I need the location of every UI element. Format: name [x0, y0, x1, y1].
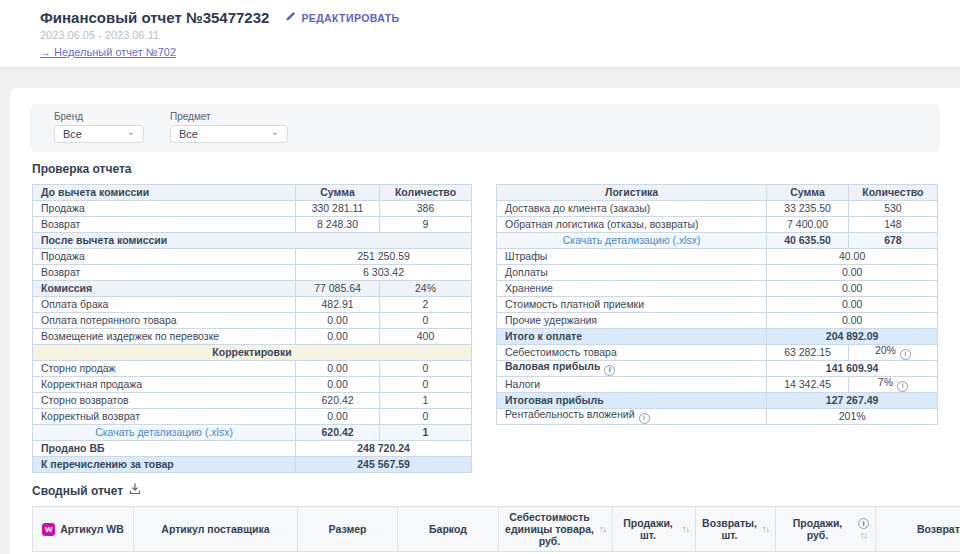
- subject-filter: Предмет Все ⌄: [170, 111, 288, 143]
- table-header-row: До вычета комиссии Сумма Количество: [33, 185, 472, 201]
- sum-cell: 141 609.94: [767, 361, 938, 377]
- row-label: Возврат: [33, 217, 296, 233]
- column-header-label: Возвраты, шт.: [702, 517, 757, 541]
- column-header-label: Размер: [329, 523, 367, 535]
- sum-cell: 482.91: [296, 297, 380, 313]
- table-row: Возврат 6 303.42: [33, 265, 472, 281]
- total-row: Итоговая прибыль 127 267.49: [497, 393, 938, 409]
- section-row: После вычета комиссии: [33, 233, 472, 249]
- column-header-supplier-articul[interactable]: Артикул поставщика: [134, 507, 298, 552]
- column-header-label: Себестоимость единицы товара, руб.: [505, 511, 594, 547]
- sort-icon[interactable]: ↑↓: [860, 530, 867, 540]
- table-row: Комиссия 77 085.64 24%: [33, 281, 472, 297]
- logistics-table: Логистика Сумма Количество Доставка до к…: [496, 184, 938, 425]
- column-header-articul-wb[interactable]: W Артикул WB: [33, 507, 134, 552]
- column-header: Логистика: [497, 185, 767, 201]
- qty-cell: 0: [380, 313, 472, 329]
- section-label: После вычета комиссии: [33, 233, 472, 249]
- row-label: Доставка до клиента (заказы): [497, 201, 767, 217]
- qty-cell: 20%i: [848, 345, 937, 361]
- sort-icon[interactable]: ↑↓: [762, 524, 769, 534]
- row-label: Продажа: [33, 201, 296, 217]
- column-header-unit-cost[interactable]: Себестоимость единицы товара, руб. ↑↓: [499, 507, 613, 552]
- qty-cell: 7%i: [848, 377, 937, 393]
- sum-cell: 77 085.64: [296, 281, 380, 297]
- qty-cell: 1: [380, 425, 472, 441]
- column-header: Сумма: [767, 185, 849, 201]
- brand-select[interactable]: Все ⌄: [54, 125, 144, 143]
- sort-icon[interactable]: ↑↓: [599, 524, 606, 534]
- row-label: Стоимость платной приемки: [497, 297, 767, 313]
- row-label: Себестоимость товара: [497, 345, 767, 361]
- row-label: Продажа: [33, 249, 296, 265]
- download-icon[interactable]: [129, 483, 141, 498]
- column-header-sales-rub[interactable]: Продажи, руб. i ↑↓: [776, 507, 876, 552]
- pencil-icon: [285, 11, 296, 24]
- sum-cell: 0.00: [767, 265, 938, 281]
- filter-bar: Бренд Все ⌄ Предмет Все ⌄: [30, 104, 940, 152]
- row-label: Обратная логистика (отказы, возвраты): [497, 217, 767, 233]
- column-header-barcode[interactable]: Баркод: [398, 507, 499, 552]
- table-row: Стоимость платной приемки 0.00: [497, 297, 938, 313]
- qty-cell: 678: [848, 233, 937, 249]
- sum-cell: 204 892.09: [767, 329, 938, 345]
- subject-select[interactable]: Все ⌄: [170, 125, 288, 143]
- table-row: Скачать детализацию (.xlsx) 620.42 1: [33, 425, 472, 441]
- table-row: Доплаты 0.00: [497, 265, 938, 281]
- brand-filter: Бренд Все ⌄: [54, 111, 144, 143]
- sum-cell: 0.00: [296, 329, 380, 345]
- sum-cell: 0.00: [296, 409, 380, 425]
- check-report-title-text: Проверка отчета: [32, 162, 131, 176]
- row-label: Итого к оплате: [497, 329, 767, 345]
- sum-cell: 33 235.50: [767, 201, 849, 217]
- weekly-report-link[interactable]: → Недельный отчет №702: [40, 46, 176, 58]
- qty-cell: 386: [380, 201, 472, 217]
- qty-cell: 0: [380, 409, 472, 425]
- edit-button[interactable]: РЕДАКТИРОВАТЬ: [285, 11, 399, 24]
- table-header-row: Логистика Сумма Количество: [497, 185, 938, 201]
- info-icon: i: [897, 381, 908, 392]
- sum-cell: 0.00: [767, 297, 938, 313]
- subject-filter-label: Предмет: [170, 111, 288, 122]
- row-label: Корректный возврат: [33, 409, 296, 425]
- column-header-label: Артикул WB: [60, 523, 124, 535]
- table-row: Обратная логистика (отказы, возвраты) 7 …: [497, 217, 938, 233]
- row-label: Продано ВБ: [33, 441, 296, 457]
- sum-cell: 8 248.30: [296, 217, 380, 233]
- column-header-sales-qty[interactable]: Продажи, шт. ↑↓: [613, 507, 696, 552]
- chevron-down-icon: ⌄: [127, 129, 135, 135]
- column-header-returns-rub[interactable]: Возвраты, руб.: [876, 507, 960, 552]
- detail-link-cell: Скачать детализацию (.xlsx): [33, 425, 296, 441]
- sum-cell: 620.42: [296, 425, 380, 441]
- table-row: Продажа 251 250.59: [33, 249, 472, 265]
- sum-cell: 248 720.24: [296, 441, 472, 457]
- column-header-returns-qty[interactable]: Возвраты, шт. ↑↓: [696, 507, 776, 552]
- column-header: Количество: [380, 185, 472, 201]
- table-row: Сторно возвратов 620.42 1: [33, 393, 472, 409]
- column-header-label: Продажи, руб.: [782, 517, 853, 541]
- info-icon: i: [858, 518, 869, 529]
- download-details-link[interactable]: Скачать детализацию (.xlsx): [505, 235, 758, 246]
- qty-cell: 1: [380, 393, 472, 409]
- download-details-link[interactable]: Скачать детализацию (.xlsx): [41, 427, 287, 438]
- report-card: Бренд Все ⌄ Предмет Все ⌄ Проверка отчет…: [10, 88, 960, 554]
- sort-icon[interactable]: ↑↓: [682, 524, 689, 534]
- row-label: Итоговая прибыль: [497, 393, 767, 409]
- sum-cell: 7 400.00: [767, 217, 849, 233]
- row-label: Сторно продаж: [33, 361, 296, 377]
- sum-cell: 63 282.15: [767, 345, 849, 361]
- column-header-label: Возвраты, руб.: [917, 523, 960, 535]
- sum-cell: 245 567.59: [296, 457, 472, 473]
- section-label: Корректировки: [33, 345, 472, 361]
- sum-cell: 40 635.50: [767, 233, 849, 249]
- column-header-label: Баркод: [429, 523, 467, 535]
- row-label: Оплата брака: [33, 297, 296, 313]
- column-header-size[interactable]: Размер: [298, 507, 398, 552]
- row-label: Возмещение издержек по перевозке: [33, 329, 296, 345]
- info-icon: i: [604, 365, 615, 376]
- sum-cell: 0.00: [767, 281, 938, 297]
- column-header-label: Продажи, шт.: [619, 517, 677, 541]
- chevron-down-icon: ⌄: [271, 129, 279, 135]
- sum-cell: 0.00: [296, 377, 380, 393]
- row-label-text: Рентабельность вложений: [505, 409, 634, 421]
